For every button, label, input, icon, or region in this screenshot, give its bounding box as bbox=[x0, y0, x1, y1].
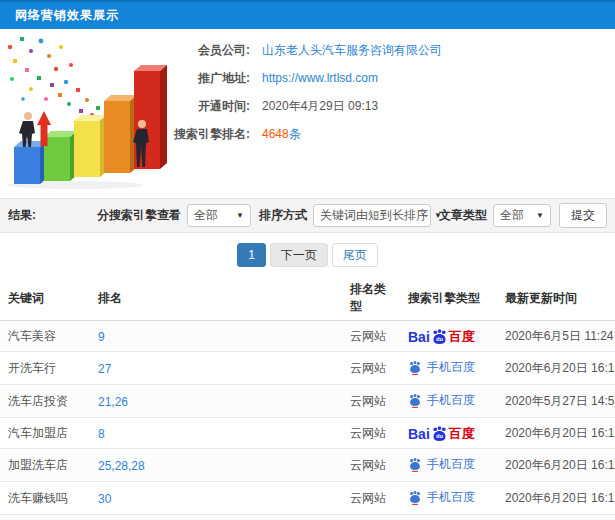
open-time-label: 开通时间: bbox=[190, 99, 250, 113]
member-company-label: 会员公司: bbox=[190, 43, 250, 57]
rank-link[interactable]: 8 bbox=[98, 427, 105, 441]
page-title: 网络营销效果展示 bbox=[15, 7, 119, 24]
promo-url-link[interactable]: https://www.lrtlsd.com bbox=[262, 71, 378, 85]
rank-link[interactable]: 25,28,28 bbox=[98, 459, 145, 473]
filter-bar: 结果: 分搜索引擎查看 全部 ▼ 排序方式 关键词由短到长排序 ▼ 文章类型 全… bbox=[0, 198, 615, 233]
engine-type-cell: 手机百度 bbox=[400, 385, 497, 418]
update-time-cell: 2020年6月20日 16:16 bbox=[497, 352, 615, 385]
rank-link[interactable]: 27 bbox=[98, 362, 111, 376]
table-row: 洗车店投资 21,26 云网站 手机百度 2020年5月27日 14:58 bbox=[0, 385, 615, 418]
keyword-cell: 汽车美容 bbox=[0, 321, 90, 352]
mobile-baidu-logo: 手机百度 bbox=[408, 456, 475, 473]
account-info-section: 会员公司: 山东老人头汽车服务咨询有限公司 推广地址: https://www.… bbox=[0, 29, 615, 198]
update-time-cell: 2020年6月18日 14:27 bbox=[497, 515, 615, 520]
engine-filter-select[interactable]: 全部 ▼ bbox=[187, 204, 251, 227]
keyword-cell: 汽车加盟店 bbox=[0, 418, 90, 449]
baidu-logo-bai-text: Bai bbox=[408, 330, 430, 344]
engine-type-cell: Bai du 百度 bbox=[400, 418, 497, 449]
keyword-cell: 洗车店利润 bbox=[0, 515, 90, 520]
update-time-cell: 2020年6月20日 16:12 bbox=[497, 418, 615, 449]
table-row: 汽车加盟店 8 云网站 Bai du 百度 2020年6月20日 16:12 bbox=[0, 418, 615, 449]
rank-cell: 30 bbox=[90, 482, 342, 515]
mobile-baidu-paw-icon bbox=[408, 360, 422, 375]
update-time-cell: 2020年5月27日 14:58 bbox=[497, 385, 615, 418]
rank-type-cell: 云网站 bbox=[342, 352, 400, 385]
keyword-cell: 加盟洗车店 bbox=[0, 449, 90, 482]
pagination: 1 下一页 尾页 bbox=[0, 243, 615, 267]
chevron-down-icon: ▼ bbox=[536, 211, 544, 220]
mobile-baidu-paw-icon bbox=[408, 393, 422, 408]
engine-type-cell: Bai du 百度 bbox=[400, 321, 497, 352]
rank-type-cell: 云网站 bbox=[342, 449, 400, 482]
mobile-baidu-paw-icon bbox=[408, 457, 422, 472]
pagination-next-button[interactable]: 下一页 bbox=[270, 243, 328, 267]
results-table: 关键词 排名 排名类型 搜索引擎类型 最新更新时间 汽车美容 9 云网站 Bai… bbox=[0, 275, 615, 520]
ranking-count-value: 4648 bbox=[262, 127, 289, 141]
engine-filter-value: 全部 bbox=[194, 207, 218, 224]
article-type-select[interactable]: 全部 ▼ bbox=[493, 204, 551, 227]
rank-type-cell: 云网站 bbox=[342, 321, 400, 352]
results-section-label: 结果: bbox=[8, 207, 36, 224]
chevron-down-icon: ▼ bbox=[236, 211, 244, 220]
engine-type-cell: 手机百度 bbox=[400, 352, 497, 385]
rank-link[interactable]: 30 bbox=[98, 492, 111, 506]
confetti-dots bbox=[8, 37, 104, 122]
rank-cell: 30 bbox=[90, 515, 342, 520]
col-engine-type: 搜索引擎类型 bbox=[400, 275, 497, 321]
member-company-link[interactable]: 山东老人头汽车服务咨询有限公司 bbox=[262, 43, 442, 57]
rank-cell: 21,26 bbox=[90, 385, 342, 418]
mobile-baidu-logo: 手机百度 bbox=[408, 489, 475, 506]
mobile-baidu-label: 手机百度 bbox=[427, 359, 475, 376]
rank-type-cell: 云网站 bbox=[342, 385, 400, 418]
rank-cell: 9 bbox=[90, 321, 342, 352]
results-table-body: 汽车美容 9 云网站 Bai du 百度 2020年6月5日 11:24 开洗车… bbox=[0, 321, 615, 520]
baidu-logo: Bai du 百度 bbox=[408, 425, 475, 441]
engine-type-cell: 手机百度 bbox=[400, 482, 497, 515]
engine-type-cell: 手机百度 bbox=[400, 449, 497, 482]
mobile-baidu-logo: 手机百度 bbox=[408, 359, 475, 376]
sort-select[interactable]: 关键词由短到长排序 ▼ bbox=[313, 204, 431, 227]
submit-button[interactable]: 提交 bbox=[559, 203, 607, 228]
rank-link[interactable]: 21,26 bbox=[98, 395, 128, 409]
update-time-cell: 2020年6月5日 11:24 bbox=[497, 321, 615, 352]
baidu-logo-cn-text: 百度 bbox=[449, 427, 475, 441]
rank-cell: 8 bbox=[90, 418, 342, 449]
baidu-paw-icon: du bbox=[431, 425, 448, 442]
baidu-logo-cn-text: 百度 bbox=[449, 330, 475, 344]
svg-text:du: du bbox=[436, 433, 443, 439]
rank-type-cell: 云网站 bbox=[342, 515, 400, 520]
table-row: 加盟洗车店 25,28,28 云网站 手机百度 2020年6月20日 16:11 bbox=[0, 449, 615, 482]
bar-orange bbox=[104, 95, 137, 173]
sort-label: 排序方式 bbox=[259, 207, 307, 224]
rank-link[interactable]: 9 bbox=[98, 330, 105, 344]
pagination-page-1[interactable]: 1 bbox=[237, 243, 266, 267]
pagination-last-button[interactable]: 尾页 bbox=[332, 243, 378, 267]
promo-url-label: 推广地址: bbox=[190, 71, 250, 85]
bar-blue bbox=[14, 141, 47, 184]
growth-chart-illustration bbox=[0, 29, 190, 194]
baidu-logo: Bai du 百度 bbox=[408, 328, 475, 344]
open-time-row: 开通时间: 2020年4月29日 09:13 bbox=[190, 99, 615, 113]
keyword-cell: 开洗车行 bbox=[0, 352, 90, 385]
keyword-cell: 洗车赚钱吗 bbox=[0, 482, 90, 515]
mobile-baidu-label: 手机百度 bbox=[427, 456, 475, 473]
bar-yellow bbox=[74, 115, 107, 177]
baidu-logo-bai-text: Bai bbox=[408, 427, 430, 441]
table-row: 开洗车行 27 云网站 手机百度 2020年6月20日 16:16 bbox=[0, 352, 615, 385]
article-type-value: 全部 bbox=[500, 207, 524, 224]
update-time-cell: 2020年6月20日 16:12 bbox=[497, 482, 615, 515]
ranking-count-row: 搜索引擎排名: 4648条 bbox=[190, 127, 615, 141]
member-company-row: 会员公司: 山东老人头汽车服务咨询有限公司 bbox=[190, 43, 615, 57]
svg-text:du: du bbox=[436, 336, 443, 342]
table-row: 洗车店利润 30 云网站 手机百度 2020年6月18日 14:27 bbox=[0, 515, 615, 520]
rank-type-cell: 云网站 bbox=[342, 482, 400, 515]
bar-green bbox=[44, 131, 77, 181]
table-row: 汽车美容 9 云网站 Bai du 百度 2020年6月5日 11:24 bbox=[0, 321, 615, 352]
rank-cell: 27 bbox=[90, 352, 342, 385]
table-row: 洗车赚钱吗 30 云网站 手机百度 2020年6月20日 16:12 bbox=[0, 482, 615, 515]
update-time-cell: 2020年6月20日 16:11 bbox=[497, 449, 615, 482]
header-bar: 网络营销效果展示 bbox=[0, 0, 615, 29]
promo-url-row: 推广地址: https://www.lrtlsd.com bbox=[190, 71, 615, 85]
account-info-list: 会员公司: 山东老人头汽车服务咨询有限公司 推广地址: https://www.… bbox=[190, 29, 615, 198]
baidu-paw-icon: du bbox=[431, 328, 448, 345]
